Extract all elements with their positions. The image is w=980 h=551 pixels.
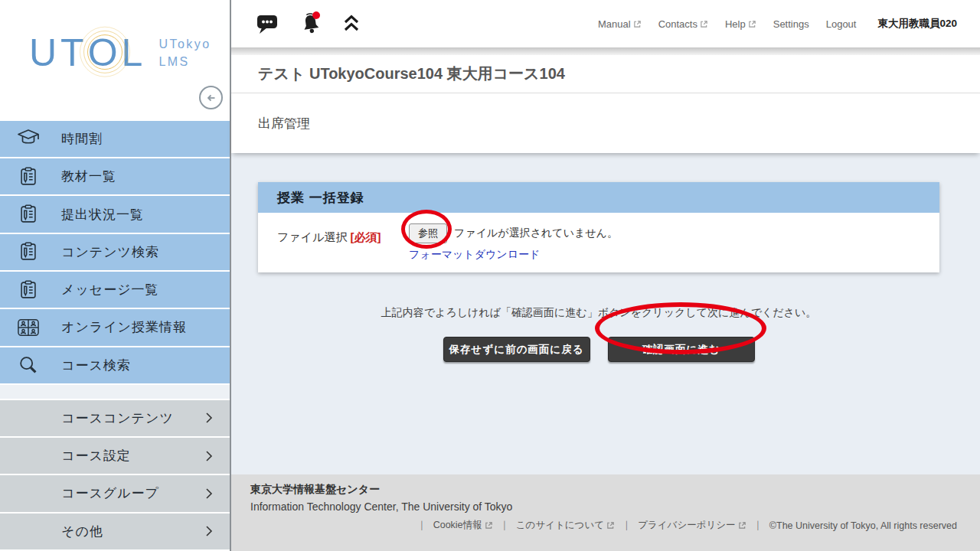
logout-link-label: Logout xyxy=(826,18,857,30)
sidebar-item-course-contents[interactable]: コースコンテンツ xyxy=(0,400,230,436)
contacts-link[interactable]: Contacts xyxy=(658,18,708,30)
chevron-right-icon xyxy=(205,450,213,462)
panel-title: 授業 一括登録 xyxy=(277,189,364,207)
bulk-registration-panel: 授業 一括登録 ファイル選択 [必須] 参照 ファイルが選択されていません。 フ… xyxy=(258,182,939,272)
utol-lms-app: UTOL UTokyo LMS 時間割 教材一覧 xyxy=(0,0,980,551)
sidebar-item-course-settings[interactable]: コース設定 xyxy=(0,438,230,474)
manual-link[interactable]: Manual xyxy=(598,18,642,30)
sidebar-item-label: 教材一覧 xyxy=(61,168,116,185)
sidebar-item-course-search[interactable]: コース検索 xyxy=(0,347,230,383)
topbar-right: Manual Contacts Help Settings Logout 東 xyxy=(598,17,957,31)
logo-subtitle-line1: UTokyo xyxy=(158,35,211,53)
sidebar-collapse-button[interactable] xyxy=(199,86,223,109)
chevron-right-icon xyxy=(205,487,213,500)
chat-icon[interactable] xyxy=(256,13,279,34)
file-input-row: 参照 ファイルが選択されていません。 xyxy=(409,223,618,243)
topbar-shadow xyxy=(231,47,980,55)
manual-link-label: Manual xyxy=(598,18,631,30)
logo-o-with-rings: O xyxy=(88,34,122,72)
sidebar-item-label: その他 xyxy=(61,523,103,540)
chevron-right-icon xyxy=(205,412,213,424)
about-site-link-label: このサイトについて xyxy=(516,519,604,532)
chevron-right-icon xyxy=(205,525,213,537)
contacts-link-label: Contacts xyxy=(658,18,697,30)
submission-status-icon xyxy=(15,203,41,226)
content-search-icon xyxy=(15,240,41,263)
external-link-icon xyxy=(748,20,756,28)
double-chevron-up-icon[interactable] xyxy=(343,14,360,34)
search-icon xyxy=(15,354,41,377)
action-button-row: 保存せずに前の画面に戻る 確認画面に進む xyxy=(258,337,939,362)
privacy-policy-link-label: プライバシーポリシー xyxy=(638,519,735,532)
footer-org-jp: 東京大学情報基盤センター xyxy=(250,483,957,497)
sidebar-item-materials[interactable]: 教材一覧 xyxy=(0,158,230,194)
main-area: Manual Contacts Help Settings Logout 東 xyxy=(230,0,980,551)
sidebar-item-message-list[interactable]: メッセージ一覧 xyxy=(0,272,230,308)
about-site-link[interactable]: このサイトについて xyxy=(516,519,615,532)
sidebar-item-label: コースコンテンツ xyxy=(61,409,174,427)
footer: 東京大学情報基盤センター Information Technology Cent… xyxy=(231,474,980,551)
sidebar-item-timetable[interactable]: 時間割 xyxy=(0,121,230,157)
section-title-band: 出席管理 xyxy=(231,93,980,153)
sidebar-item-label: コース設定 xyxy=(61,447,131,465)
sidebar-item-label: 提出状況一覧 xyxy=(61,206,144,223)
course-title-band: テスト UTokyoCourse104 東大用コース104 xyxy=(231,55,980,93)
browse-button[interactable]: 参照 xyxy=(409,223,447,243)
required-badge: [必須] xyxy=(351,230,381,243)
no-file-selected-text: ファイルが選択されていません。 xyxy=(454,227,618,240)
file-select-label: ファイル選択 [必須] xyxy=(277,223,409,262)
sidebar-item-label: 時間割 xyxy=(61,130,103,148)
course-title: テスト UTokyoCourse104 東大用コース104 xyxy=(258,64,565,84)
logo-subtitle-line2: LMS xyxy=(158,53,211,70)
instruction-text: 上記内容でよろしければ「確認画面に進む」ボタンをクリックして次に進んでください。 xyxy=(258,306,939,320)
external-link-icon xyxy=(738,521,746,530)
graduation-cap-icon xyxy=(15,128,41,149)
cookie-info-link-label: Cookie情報 xyxy=(433,519,482,532)
logo-text-o: O xyxy=(88,31,122,74)
sidebar-item-label: コース検索 xyxy=(61,357,131,374)
sidebar-item-submission-status[interactable]: 提出状況一覧 xyxy=(0,196,230,232)
logout-link[interactable]: Logout xyxy=(826,18,857,30)
utol-logo: UTOL UTokyo LMS xyxy=(29,34,211,72)
file-select-label-text: ファイル選択 xyxy=(277,230,351,243)
logo-wordmark: UTOL xyxy=(29,34,146,72)
external-link-icon xyxy=(606,521,615,530)
logo-subtitle: UTokyo LMS xyxy=(158,35,211,70)
back-without-saving-button[interactable]: 保存せずに前の画面に戻る xyxy=(443,337,590,362)
separator: ｜ xyxy=(753,519,763,532)
cookie-info-link[interactable]: Cookie情報 xyxy=(433,519,493,532)
separator: ｜ xyxy=(622,519,631,532)
online-class-icon xyxy=(15,317,41,338)
settings-link[interactable]: Settings xyxy=(773,18,809,30)
section-title: 出席管理 xyxy=(258,115,310,132)
username: 東大用教職員020 xyxy=(877,17,957,31)
help-link-label: Help xyxy=(725,18,746,30)
message-list-icon xyxy=(15,279,41,302)
topbar: Manual Contacts Help Settings Logout 東 xyxy=(231,0,980,47)
footer-links: ｜ Cookie情報 ｜ このサイトについて ｜ プライバシーポリシー ｜ ©T… xyxy=(250,519,957,532)
content-area: 授業 一括登録 ファイル選択 [必須] 参照 ファイルが選択されていません。 フ… xyxy=(231,153,980,474)
sidebar-item-label: コンテンツ検索 xyxy=(61,243,159,261)
external-link-icon xyxy=(633,20,642,28)
proceed-to-confirm-button[interactable]: 確認画面に進む xyxy=(608,337,755,362)
settings-link-label: Settings xyxy=(773,18,809,30)
sidebar-item-online-class-info[interactable]: オンライン授業情報 xyxy=(0,309,230,345)
panel-body: ファイル選択 [必須] 参照 ファイルが選択されていません。 フォーマットダウン… xyxy=(258,213,939,272)
separator: ｜ xyxy=(500,519,509,532)
arrow-left-icon xyxy=(205,92,217,104)
sidebar-item-content-search[interactable]: コンテンツ検索 xyxy=(0,234,230,270)
help-link[interactable]: Help xyxy=(725,18,756,30)
sidebar-item-others[interactable]: その他 xyxy=(0,514,230,549)
external-link-icon xyxy=(700,20,708,28)
format-download-link[interactable]: フォーマットダウンロード xyxy=(409,248,540,262)
external-link-icon xyxy=(485,521,493,530)
sidebar-item-course-group[interactable]: コースグループ xyxy=(0,475,230,511)
sidebar-item-label: オンライン授業情報 xyxy=(61,318,187,336)
file-input-control: 参照 ファイルが選択されていません。 フォーマットダウンロード xyxy=(409,223,618,262)
bell-icon[interactable] xyxy=(297,10,325,37)
sidebar-group-divider xyxy=(0,385,230,399)
footer-org-en: Information Technology Center, The Unive… xyxy=(250,500,957,513)
privacy-policy-link[interactable]: プライバシーポリシー xyxy=(638,519,746,532)
materials-list-icon xyxy=(15,165,41,188)
copyright-text: ©The University of Tokyo, All rights res… xyxy=(769,520,957,531)
